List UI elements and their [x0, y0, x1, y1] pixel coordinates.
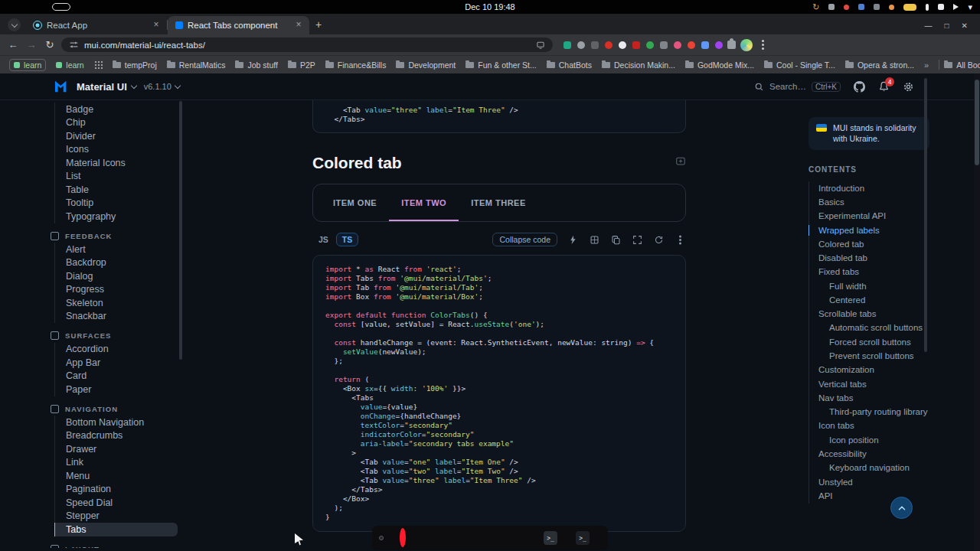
dock-app-gray-app[interactable] [523, 536, 528, 540]
bookmark-p2p[interactable]: P2P [288, 60, 315, 70]
demo-code-block[interactable]: import * as React from 'react';import Ta… [312, 255, 686, 532]
close-window-button[interactable]: ✕ [962, 21, 968, 30]
sidebar-item-typography[interactable]: Typography [54, 210, 181, 223]
toc-item-basics[interactable]: Basics [809, 196, 954, 210]
tune-icon[interactable] [69, 40, 79, 50]
install-icon[interactable] [536, 41, 545, 50]
product-menu[interactable]: Material UI [77, 81, 127, 93]
toc-item-api[interactable]: API [809, 489, 954, 503]
bookmark-fun-other-st[interactable]: Fun & other St... [466, 60, 536, 70]
toc-item-full-width[interactable]: Full width [809, 279, 954, 293]
dock-app-mail[interactable] [413, 536, 417, 540]
phone-icon[interactable] [938, 4, 944, 10]
bookmark-job-stuff[interactable]: Job stuff [235, 60, 278, 70]
notifications-button[interactable]: 4 [878, 81, 890, 93]
sidebar-item-link[interactable]: Link [54, 456, 181, 470]
toc-item-forced-scroll-buttons[interactable]: Forced scroll buttons [809, 335, 954, 349]
sidebar-item-pagination[interactable]: Pagination [54, 483, 181, 497]
dock-app-white-app[interactable] [564, 536, 569, 540]
browser-tab-react-tabs-component[interactable]: React Tabs component [168, 16, 309, 34]
demo-tab-item-two[interactable]: ITEM TWO [389, 184, 459, 221]
extension-gray-icon[interactable] [577, 41, 585, 49]
lang-toggle-js[interactable]: JS [312, 233, 335, 246]
demo-tab-item-three[interactable]: ITEM THREE [459, 184, 538, 221]
volume-icon[interactable] [953, 4, 959, 10]
toc-item-fixed-tabs[interactable]: Fixed tabs [809, 266, 954, 279]
maximize-button[interactable]: □ [945, 21, 949, 30]
tray-grid-icon[interactable] [828, 4, 835, 10]
sidebar-scrollbar[interactable] [179, 101, 182, 360]
clock[interactable]: Dec 10 19:48 [465, 2, 514, 11]
all-bookmarks-button[interactable]: All Bookmarks [944, 60, 980, 70]
extension-pink-icon[interactable] [674, 41, 681, 49]
dock-app-dark-app[interactable] [486, 536, 491, 540]
sidebar-item-bottom-navigation[interactable]: Bottom Navigation [54, 416, 181, 429]
sidebar-item-material-icons[interactable]: Material Icons [54, 156, 181, 170]
page-scrollbar-track[interactable] [974, 73, 980, 551]
tab-close-button[interactable] [151, 20, 162, 31]
app-indicator-orange-icon[interactable] [889, 5, 894, 10]
extension-orange-icon[interactable] [688, 41, 695, 49]
sidebar-item-tooltip[interactable]: Tooltip [54, 197, 181, 210]
dock-app-dark-terminal[interactable]: >_ [541, 529, 560, 547]
tab-close-button[interactable] [293, 20, 304, 31]
copy-icon[interactable] [610, 234, 622, 246]
sidebar-item-icons[interactable]: Icons [54, 143, 181, 157]
bookmark-rentalmatics[interactable]: RentalMatics [167, 60, 226, 70]
sidebar-item-breadcrumbs[interactable]: Breadcrumbs [54, 429, 181, 443]
extension-violet-icon[interactable] [715, 41, 723, 49]
tab-search-button[interactable] [8, 18, 21, 31]
bookmark-development[interactable]: Development [396, 60, 456, 70]
dock-app-text-editor[interactable] [440, 536, 445, 540]
toc-item-icon-tabs[interactable]: Icon tabs [809, 419, 954, 433]
dock-app-purple-app[interactable] [459, 536, 463, 540]
sidebar-item-table[interactable]: Table [54, 183, 181, 197]
dock-app-light-app[interactable] [514, 536, 518, 540]
extension-slate-icon[interactable] [660, 41, 668, 49]
toc-item-third-party-routing-library[interactable]: Third-party routing library [809, 406, 954, 419]
recording-status-icon[interactable] [844, 5, 849, 10]
sidebar-item-divider[interactable]: Divider [54, 129, 181, 143]
dock-app-chrome[interactable] [379, 536, 384, 540]
url-text[interactable]: mui.com/material-ui/react-tabs/ [84, 41, 531, 50]
extension-green-icon[interactable] [564, 41, 571, 49]
sidebar-item-list[interactable]: List [54, 170, 181, 184]
bookmark-learn[interactable]: learn [9, 59, 46, 71]
sidebar-item-app-bar[interactable]: App Bar [54, 356, 181, 370]
bookmark-godmode-mix[interactable]: GodMode Mix... [685, 60, 754, 70]
settings-gear-icon[interactable] [903, 81, 914, 93]
extension-crimson-icon[interactable] [632, 41, 640, 49]
reset-icon[interactable] [653, 234, 665, 246]
sidebar-item-backdrop[interactable]: Backdrop [54, 256, 181, 270]
dock-app-terminal[interactable]: >_ [573, 529, 592, 547]
bookmark-learn[interactable]: learn [56, 60, 83, 70]
sidebar-item-paper[interactable]: Paper [54, 383, 181, 396]
dock-app-opera[interactable] [397, 529, 408, 547]
caret-icon[interactable]: ▾ [968, 3, 972, 11]
toc-item-experimental-api[interactable]: Experimental API [809, 210, 954, 223]
dock-app-google-app[interactable] [422, 536, 426, 540]
sidebar-item-badge[interactable]: Badge [54, 103, 181, 116]
dock-app-orange-app[interactable] [495, 536, 500, 540]
update-status-icon[interactable]: ↻ [812, 3, 819, 11]
bookmark-decision-makin[interactable]: Decision Makin... [602, 60, 675, 70]
extension-white-icon[interactable] [619, 41, 626, 49]
toc-item-customization[interactable]: Customization [809, 364, 954, 377]
activities-indicator[interactable] [52, 3, 70, 11]
apps-grid-icon[interactable] [94, 60, 103, 69]
new-tab-button[interactable] [311, 17, 326, 32]
address-bar[interactable]: mui.com/material-ui/react-tabs/ [61, 37, 553, 52]
forward-button[interactable] [24, 39, 38, 51]
dock-app-vscode[interactable] [431, 536, 436, 540]
toc-item-keyboard-navigation[interactable]: Keyboard navigation [809, 461, 954, 475]
browser-tab-react-app[interactable]: React App [25, 16, 167, 34]
sidebar-item-stepper[interactable]: Stepper [54, 510, 181, 523]
bookmark-cool-single-t[interactable]: Cool - Single T... [764, 60, 835, 70]
dock-app-cyan-app[interactable] [505, 536, 509, 540]
sidebar-item-skeleton[interactable]: Skeleton [54, 296, 181, 310]
bookmark-finance-bills[interactable]: Finance&Bills [325, 60, 387, 70]
toc-item-nav-tabs[interactable]: Nav tabs [809, 392, 954, 406]
sidebar-item-menu[interactable]: Menu [54, 469, 181, 483]
microphone-icon[interactable] [926, 4, 929, 11]
github-icon[interactable] [854, 81, 865, 93]
